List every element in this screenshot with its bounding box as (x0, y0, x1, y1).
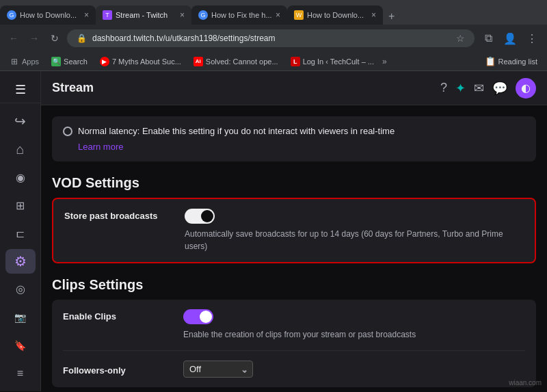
adobe-favicon: Ai (194, 57, 203, 66)
tab-3-close[interactable]: × (276, 10, 280, 20)
reading-list-label: Reading list (498, 57, 537, 66)
address-bar-row: ← → ↻ 🔒 dashboard.twitch.tv/u/utkarsh119… (0, 25, 547, 52)
sidebar-item-squad[interactable]: ⊏ (5, 221, 36, 246)
address-text: dashboard.twitch.tv/u/utkarsh1198/settin… (92, 34, 451, 43)
toolbar-icons: ⧉ 👤 ⋮ (479, 29, 542, 48)
twitch-app: ☰ ↪ ⌂ ◉ ⊞ ⊏ ⚙ ◎ 📷 🔖 ≡ (0, 71, 547, 391)
latency-label: Normal latency: Enable this setting if y… (78, 126, 395, 136)
tab-3-label: How to Fix the h... (211, 11, 272, 19)
latency-card: Normal latency: Enable this setting if y… (52, 116, 536, 161)
learn-more-link[interactable]: Learn more (78, 142, 525, 152)
extensions-button[interactable]: ⧉ (479, 29, 498, 48)
forward-button[interactable]: → (26, 30, 42, 47)
settings-icon: ⚙ (14, 253, 27, 270)
clips-section-title: Clips Settings (52, 277, 536, 293)
clips-settings-card: Enable Clips Enable the creation of clip… (52, 300, 536, 387)
sidebar-item-channels[interactable]: ⊞ (5, 193, 36, 218)
enable-clips-label: Enable Clips (63, 309, 172, 322)
tab-4-favicon: W (294, 10, 304, 20)
sidebar-item-following[interactable]: ↪ (5, 109, 36, 134)
toggle-thumb (201, 210, 213, 222)
channel-points-icon[interactable]: ✦ (455, 81, 466, 96)
enable-clips-toggle[interactable] (183, 309, 213, 324)
bookmark-star-icon[interactable]: ☆ (456, 33, 465, 44)
enable-clips-right: Enable the creation of clips from your s… (183, 309, 525, 341)
bookmark-7myths[interactable]: ▶ 7 Myths About Suc... (96, 55, 185, 68)
notifications-icon: ◎ (16, 283, 25, 296)
home-icon: ⌂ (16, 142, 24, 157)
tab-3[interactable]: G How to Fix the h... × (191, 5, 287, 25)
search-label: Search (64, 57, 88, 66)
page-title: Stream (52, 81, 94, 95)
tab-2[interactable]: T Stream - Twitch × (96, 5, 191, 25)
toggle-thumb-purple (200, 311, 212, 323)
hamburger-icon: ☰ (15, 82, 26, 97)
store-broadcasts-row: Store past broadcasts Automatically save… (64, 209, 524, 252)
7myths-label: 7 Myths About Suc... (112, 57, 181, 66)
store-broadcasts-right: Automatically save broadcasts for up to … (185, 209, 524, 252)
page-header: Stream ? ✦ ✉ 💬 ◐ (41, 71, 547, 105)
sidebar-item-clips[interactable]: 🔖 (5, 332, 36, 358)
tab-1[interactable]: G How to Downlo... × (0, 5, 96, 25)
tab-3-favicon: G (198, 10, 208, 20)
followers-only-label: Followers-only (63, 363, 172, 376)
back-button[interactable]: ← (5, 30, 22, 47)
log-favicon: L (291, 57, 300, 66)
sidebar-menu-toggle[interactable]: ☰ (0, 77, 40, 103)
7myths-favicon: ▶ (100, 57, 109, 66)
followers-only-select-wrapper: Off 10 minutes 30 minutes 1 hour 1 day 1… (183, 361, 253, 378)
sidebar-item-notifications[interactable]: ◎ (5, 276, 36, 302)
main-content: Stream ? ✦ ✉ 💬 ◐ Normal latency: Enable … (41, 71, 547, 391)
log-label: Log In ‹ TechCult – ... (303, 57, 374, 66)
store-broadcasts-toggle[interactable] (185, 209, 215, 224)
clips-icon: 🔖 (14, 340, 26, 351)
bookmark-search[interactable]: 🔍 Search (47, 55, 92, 68)
bookmarks-overflow-button[interactable]: » (382, 57, 387, 66)
tab-1-favicon: G (7, 10, 16, 20)
tab-1-close[interactable]: × (84, 10, 89, 20)
following-icon: ↪ (14, 113, 26, 129)
browser-chrome: G How to Downlo... × T Stream - Twitch ×… (0, 0, 547, 71)
user-avatar[interactable]: ◐ (516, 78, 536, 99)
followers-only-row: Followers-only Off 10 minutes 30 minutes… (63, 350, 525, 378)
bookmark-apps[interactable]: ⊞ Apps (5, 55, 43, 68)
latency-radio-row: Normal latency: Enable this setting if y… (63, 126, 525, 136)
tab-2-label: Stream - Twitch (116, 11, 176, 19)
channels-icon: ⊞ (16, 199, 25, 212)
store-broadcasts-description: Automatically save broadcasts for up to … (185, 228, 524, 252)
reload-button[interactable]: ↻ (46, 30, 63, 47)
address-bar[interactable]: 🔒 dashboard.twitch.tv/u/utkarsh1198/sett… (67, 29, 475, 47)
bookmark-log[interactable]: L Log In ‹ TechCult – ... (286, 55, 378, 68)
reading-list-button[interactable]: 📋 Reading list (481, 55, 542, 68)
help-icon[interactable]: ? (440, 81, 447, 95)
tab-4-close[interactable]: × (371, 10, 376, 20)
apps-label: Apps (22, 57, 39, 66)
mail-icon[interactable]: ✉ (474, 81, 484, 96)
sidebar-item-library[interactable]: ≡ (5, 361, 36, 386)
new-tab-button[interactable]: + (383, 8, 400, 25)
enable-clips-toggle-row (183, 309, 525, 324)
library-icon: ≡ (17, 367, 23, 380)
enable-clips-description: Enable the creation of clips from your s… (183, 328, 525, 341)
enable-clips-row: Enable Clips Enable the creation of clip… (63, 309, 525, 341)
menu-button[interactable]: ⋮ (522, 29, 542, 48)
vod-settings-card: Store past broadcasts Automatically save… (52, 198, 536, 263)
profile-button[interactable]: 👤 (501, 29, 520, 48)
tab-1-label: How to Downlo... (20, 11, 81, 19)
sidebar-item-browse[interactable]: ◉ (5, 165, 36, 190)
tab-4-label: How to Downlo... (307, 11, 368, 19)
bookmark-adobe[interactable]: Ai Solved: Cannot ope... (189, 55, 282, 68)
search-favicon: 🔍 (51, 57, 61, 66)
sidebar-item-settings[interactable]: ⚙ (5, 249, 36, 274)
latency-radio-button[interactable] (63, 127, 72, 136)
video-icon: 📷 (14, 312, 26, 323)
followers-only-select[interactable]: Off 10 minutes 30 minutes 1 hour 1 day 1… (183, 361, 253, 378)
tab-2-favicon: T (103, 10, 112, 20)
tab-4[interactable]: W How to Downlo... × (287, 5, 383, 25)
tab-2-close[interactable]: × (180, 10, 185, 20)
store-broadcasts-label: Store past broadcasts (64, 209, 174, 221)
tab-bar: G How to Downlo... × T Stream - Twitch ×… (0, 0, 547, 25)
chat-icon[interactable]: 💬 (492, 81, 507, 96)
sidebar-item-home[interactable]: ⌂ (5, 137, 36, 162)
sidebar-item-video[interactable]: 📷 (5, 304, 36, 330)
